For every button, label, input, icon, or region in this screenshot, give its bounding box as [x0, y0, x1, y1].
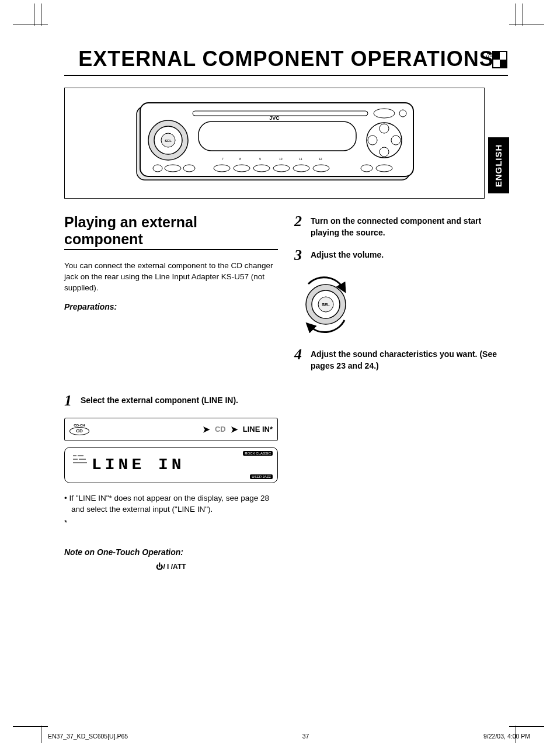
svg-text:9: 9	[259, 157, 261, 161]
svg-point-40	[361, 165, 373, 172]
eq-badge-bot: USER JAZZ	[250, 474, 273, 479]
footer-page: 37	[302, 733, 309, 740]
svg-point-7	[490, 56, 492, 57]
cd-label: CD	[215, 425, 226, 434]
step-2-number: 2	[294, 214, 304, 229]
language-tab: ENGLISH	[488, 137, 509, 193]
step-1-number: 1	[64, 393, 74, 408]
source-flow-diagram: CD-CH CD ➤ CD ➤ LINE IN*	[64, 418, 278, 441]
svg-point-27	[183, 165, 195, 172]
svg-point-22	[391, 136, 401, 145]
svg-rect-13	[199, 122, 356, 151]
display-text: LINE IN	[92, 456, 185, 474]
note-bullet: • If "LINE IN"* does not appear on the d…	[64, 493, 278, 515]
svg-point-24	[399, 110, 406, 117]
svg-point-26	[165, 165, 181, 172]
cd-button-icon: CD-CH CD	[69, 424, 89, 435]
footer-filename: EN37_37_KD_SC605[U].P65	[48, 733, 128, 740]
brand-label: JVC	[269, 115, 280, 121]
svg-point-23	[374, 109, 395, 118]
svg-point-3	[487, 53, 488, 54]
svg-point-21	[368, 136, 377, 145]
svg-point-8	[487, 58, 488, 59]
svg-point-41	[376, 165, 392, 172]
svg-point-4	[489, 53, 490, 54]
step-2-text: Turn on the connected component and star…	[311, 214, 508, 238]
svg-text:11: 11	[299, 157, 302, 161]
step-4-text: Adjust the sound characteristics you wan…	[311, 347, 508, 372]
page-title: EXTERNAL COMPONENT OPERATIONS	[64, 47, 508, 71]
svg-rect-2	[500, 60, 507, 68]
svg-rect-1	[493, 51, 500, 60]
svg-text:8: 8	[239, 157, 241, 161]
svg-point-9	[489, 58, 490, 59]
car-stereo-illustration: JVC SEL 1 2 3 4 5	[64, 88, 485, 199]
svg-point-20	[380, 147, 389, 157]
volume-knob-illustration: SEL	[297, 272, 355, 337]
asterisk-note: *	[64, 518, 278, 529]
intro-paragraph: You can connect the external component t…	[64, 261, 278, 294]
one-touch-note-label: Note on One-Touch Operation:	[64, 547, 278, 557]
display-illustration: LINE IN ROCK CLASSIC USER JAZZ	[64, 447, 278, 483]
svg-text:SEL: SEL	[165, 139, 172, 143]
footer-timestamp: 9/22/03, 4:00 PM	[483, 733, 530, 740]
step-3-number: 3	[294, 248, 304, 263]
eq-badge-top: ROCK CLASSIC	[243, 451, 273, 456]
svg-point-25	[153, 165, 162, 172]
preparations-label: Preparations:	[64, 302, 278, 311]
svg-text:7: 7	[222, 157, 224, 161]
step-4-number: 4	[294, 347, 304, 362]
power-att-symbol: ⏻/ I /ATT	[64, 563, 278, 571]
svg-point-6	[488, 56, 489, 57]
svg-text:10: 10	[279, 157, 283, 161]
component-icon	[485, 49, 508, 69]
svg-point-19	[380, 124, 389, 133]
section-heading: Playing an external component	[64, 214, 278, 250]
line-in-label: LINE IN*	[243, 425, 273, 434]
arrow-icon: ➤	[203, 424, 210, 435]
step-3-text: Adjust the volume.	[311, 248, 384, 261]
svg-point-5	[486, 56, 487, 57]
svg-text:SEL: SEL	[322, 303, 330, 307]
svg-text:12: 12	[319, 157, 322, 161]
arrow-icon: ➤	[231, 424, 238, 435]
step-1-text: Select the external component (LINE IN).	[81, 393, 238, 407]
